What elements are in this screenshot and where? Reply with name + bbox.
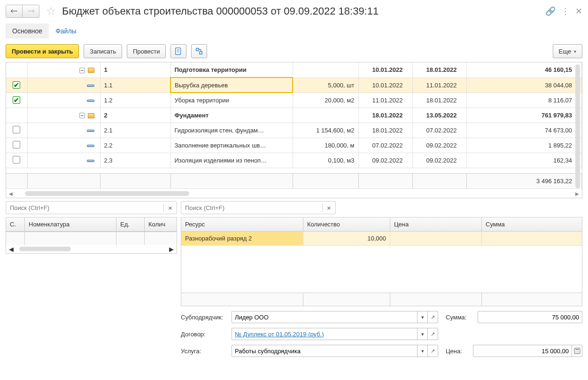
- subcontractor-field[interactable]: [232, 314, 417, 321]
- open-icon[interactable]: ↗: [427, 345, 438, 357]
- favorite-star-icon[interactable]: ☆: [46, 5, 56, 18]
- col-quantity[interactable]: Количество: [303, 217, 390, 231]
- collapse-icon[interactable]: −: [79, 68, 85, 73]
- input-contract[interactable]: ▾ ↗: [232, 328, 438, 340]
- open-icon[interactable]: ↗: [427, 311, 438, 323]
- more-icon[interactable]: ⋮: [561, 6, 570, 16]
- scroll-left-icon[interactable]: ◀: [9, 246, 14, 253]
- cell-sum: 74 673,00: [466, 123, 582, 138]
- svg-rect-0: [176, 48, 181, 54]
- right-grid-row[interactable]: Разнорабочий разряд 2 10,000: [181, 232, 582, 246]
- cell-code: 1.1: [100, 78, 170, 93]
- item-icon: [87, 100, 94, 102]
- left-search-input[interactable]: [6, 204, 163, 211]
- cell-qty: 0,100, м3: [293, 153, 358, 168]
- table-row[interactable]: 1.2Уборка территории20,000, м211.01.2022…: [6, 93, 582, 108]
- close-icon[interactable]: ✕: [575, 6, 582, 16]
- item-icon: [87, 85, 94, 87]
- table-row[interactable]: 2.1Гидроизоляция стен, фундам…1 154,600,…: [6, 123, 582, 138]
- report-icon-button[interactable]: [170, 44, 186, 58]
- cell-date-end: 07.02.2022: [412, 123, 466, 138]
- table-row[interactable]: −2Фундамент18.01.202213.05.2022761 979,8…: [6, 108, 582, 123]
- svg-point-8: [575, 351, 576, 352]
- cell-name: Вырубка деревьев: [170, 78, 293, 93]
- cell-sum: 8 116,07: [466, 93, 582, 108]
- back-button[interactable]: 🡐: [6, 5, 23, 18]
- dropdown-icon[interactable]: ▾: [417, 328, 427, 340]
- cell-name: Изоляция изделиями из пеноп…: [170, 153, 293, 168]
- tabs: Основное Файлы: [6, 23, 582, 39]
- structure-icon-button[interactable]: [191, 44, 207, 58]
- svg-point-9: [577, 351, 578, 352]
- row-checkbox[interactable]: [13, 156, 20, 163]
- post-button[interactable]: Провести: [127, 44, 166, 58]
- cell-sum: [482, 232, 582, 246]
- input-sum[interactable]: [478, 311, 582, 323]
- input-subcontractor[interactable]: ▾ ↗: [232, 311, 438, 323]
- right-search: ×: [181, 201, 336, 214]
- tab-main[interactable]: Основное: [6, 23, 49, 39]
- table-row[interactable]: 2.2Заполнение вертикальных шв…180,000, м…: [6, 138, 582, 153]
- input-price[interactable]: [473, 345, 582, 357]
- scroll-right-icon[interactable]: ▶: [575, 191, 579, 196]
- link-icon[interactable]: 🔗: [545, 6, 556, 16]
- price-field[interactable]: [473, 348, 572, 355]
- cell-qty: 180,000, м: [293, 138, 358, 153]
- open-icon[interactable]: ↗: [427, 328, 438, 340]
- label-subcontractor: Субподрядчик:: [181, 314, 228, 321]
- sum-field[interactable]: [478, 314, 582, 321]
- cell-code: 2.1: [100, 123, 170, 138]
- calculator-icon[interactable]: [572, 345, 582, 357]
- right-search-input[interactable]: [181, 204, 322, 211]
- col-s[interactable]: С.: [6, 217, 25, 232]
- cell-date-start: 10.01.2022: [358, 62, 412, 78]
- save-button[interactable]: Записать: [84, 44, 122, 58]
- cell-date-end: 11.01.2022: [412, 78, 466, 93]
- row-checkbox[interactable]: [13, 141, 20, 148]
- svg-point-13: [578, 352, 579, 353]
- tab-files[interactable]: Файлы: [49, 23, 83, 39]
- contract-field[interactable]: [232, 331, 417, 338]
- cell-total-sum: 3 496 163,22: [466, 173, 582, 188]
- table-row[interactable]: 2.3Изоляция изделиями из пеноп…0,100, м3…: [6, 153, 582, 168]
- table-row[interactable]: −1Подготовка территории10.01.202218.01.2…: [6, 62, 582, 78]
- main-vscroll[interactable]: [574, 64, 581, 188]
- title-actions: 🔗 ⋮ ✕: [545, 6, 582, 16]
- main-hscroll[interactable]: ◀ ▶: [9, 190, 579, 197]
- cell-code: 2.3: [100, 153, 170, 168]
- right-pane: × Ресурс Количество Цена Сумма Разнорабо…: [181, 201, 582, 361]
- cell-name: Заполнение вертикальных шв…: [170, 138, 293, 153]
- left-hscroll[interactable]: ◀ ▶: [6, 245, 177, 253]
- row-checkbox[interactable]: [13, 96, 20, 104]
- col-unit[interactable]: Ед.: [116, 217, 145, 232]
- form-row-subcontractor: Субподрядчик: ▾ ↗ Сумма:: [181, 311, 582, 323]
- scroll-left-icon[interactable]: ◀: [9, 191, 13, 196]
- col-price[interactable]: Цена: [390, 217, 482, 231]
- col-qty[interactable]: Колич: [145, 217, 177, 232]
- col-nomenclature[interactable]: Номенклатура: [25, 217, 116, 232]
- svg-rect-7: [575, 349, 579, 350]
- label-contract: Договор:: [181, 331, 228, 338]
- scroll-right-icon[interactable]: ▶: [169, 246, 174, 253]
- svg-rect-4: [196, 48, 199, 51]
- table-row[interactable]: 1.1Вырубка деревьев5,000, шт10.01.202211…: [6, 78, 582, 93]
- forward-button[interactable]: 🡒: [23, 5, 39, 18]
- left-search-clear-icon[interactable]: ×: [163, 204, 177, 212]
- post-and-close-button[interactable]: Провести и закрыть: [6, 44, 79, 58]
- row-checkbox[interactable]: [13, 81, 20, 89]
- more-button[interactable]: Еще: [553, 44, 582, 58]
- dropdown-icon[interactable]: ▾: [417, 345, 427, 357]
- right-grid-blank: [181, 246, 582, 293]
- table-blank-row: [6, 168, 582, 173]
- col-sum[interactable]: Сумма: [482, 217, 582, 231]
- col-resource[interactable]: Ресурс: [181, 217, 303, 231]
- right-grid-header: Ресурс Количество Цена Сумма: [181, 217, 582, 232]
- right-search-clear-icon[interactable]: ×: [322, 204, 335, 212]
- collapse-icon[interactable]: −: [79, 113, 85, 118]
- row-checkbox[interactable]: [13, 126, 20, 133]
- report-icon: [174, 47, 183, 55]
- input-service[interactable]: ▾ ↗: [232, 345, 438, 357]
- dropdown-icon[interactable]: ▾: [417, 311, 427, 323]
- label-service: Услуга:: [181, 348, 228, 355]
- service-field[interactable]: [232, 348, 417, 355]
